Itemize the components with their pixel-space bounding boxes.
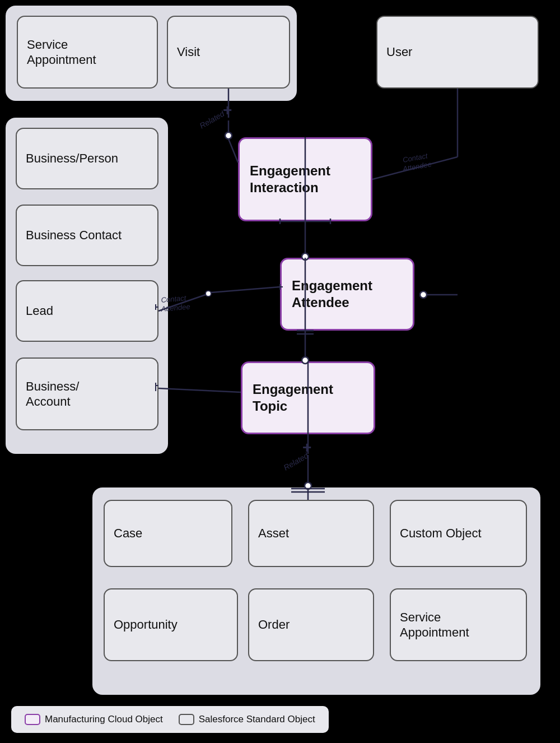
order-box: Order xyxy=(248,588,374,661)
svg-point-34 xyxy=(420,291,427,298)
engagement-interaction-box: Engagement Interaction xyxy=(238,137,372,221)
svg-text:Related: Related xyxy=(282,451,311,472)
business-contact-label: Business Contact xyxy=(26,227,122,243)
user-box: User xyxy=(376,16,539,89)
engagement-interaction-label: Engagement Interaction xyxy=(250,162,330,196)
visit-box: Visit xyxy=(167,16,290,89)
legend-mfg-label: Manufacturing Cloud Object xyxy=(45,714,163,725)
custom-object-box: Custom Object xyxy=(390,500,527,567)
lead-box: Lead xyxy=(16,280,158,342)
svg-point-14 xyxy=(225,132,232,139)
svg-line-15 xyxy=(228,139,238,162)
svg-text:Attendee: Attendee xyxy=(402,160,432,173)
svg-text:+: + xyxy=(223,101,232,119)
business-account-label: Business/ Account xyxy=(26,379,79,410)
svg-line-40 xyxy=(158,388,241,392)
asset-box: Asset xyxy=(248,500,374,567)
engagement-topic-label: Engagement Topic xyxy=(253,381,333,415)
custom-object-label: Custom Object xyxy=(400,526,482,541)
svg-line-31 xyxy=(372,157,458,179)
business-person-label: Business/Person xyxy=(26,151,118,166)
legend-mfg-swatch xyxy=(25,714,40,725)
order-label: Order xyxy=(258,617,290,633)
asset-label: Asset xyxy=(258,526,289,541)
engagement-topic-box: Engagement Topic xyxy=(241,361,375,434)
svg-text:Contact: Contact xyxy=(402,151,429,164)
case-label: Case xyxy=(114,526,142,541)
legend-std-swatch xyxy=(179,714,194,725)
service-appointment-bottom-box: Service Appointment xyxy=(390,588,527,661)
business-account-box: Business/ Account xyxy=(16,357,158,430)
legend-mfg: Manufacturing Cloud Object xyxy=(25,714,163,725)
svg-line-27 xyxy=(211,287,280,292)
legend-std: Salesforce Standard Object xyxy=(179,714,315,725)
service-appointment-top-box: Service Appointment xyxy=(17,16,158,89)
svg-text:Related: Related xyxy=(198,109,227,131)
engagement-attendee-label: Engagement Attendee xyxy=(292,277,372,311)
opportunity-label: Opportunity xyxy=(114,617,178,633)
user-label: User xyxy=(386,44,412,60)
legend-std-label: Salesforce Standard Object xyxy=(199,714,315,725)
svg-text:+: + xyxy=(302,439,311,456)
legend: Manufacturing Cloud Object Salesforce St… xyxy=(11,706,329,733)
service-appointment-top-label: Service Appointment xyxy=(27,37,96,68)
engagement-attendee-box: Engagement Attendee xyxy=(280,258,414,331)
visit-label: Visit xyxy=(177,44,200,60)
opportunity-box: Opportunity xyxy=(104,588,238,661)
case-box: Case xyxy=(104,500,232,567)
business-person-box: Business/Person xyxy=(16,128,158,189)
service-appointment-bottom-label: Service Appointment xyxy=(400,610,469,640)
business-contact-box: Business Contact xyxy=(16,205,158,266)
lead-label: Lead xyxy=(26,303,53,319)
svg-point-26 xyxy=(206,291,211,296)
